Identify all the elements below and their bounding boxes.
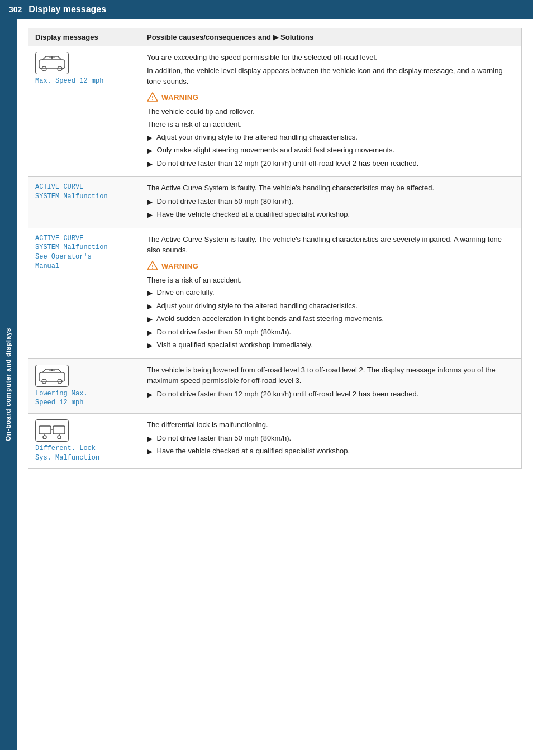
bullet-text: Do not drive faster than 12 mph (20 km/h… bbox=[155, 389, 418, 400]
bullet-text: Only make slight steering movements and … bbox=[155, 145, 394, 156]
svg-rect-9 bbox=[39, 372, 65, 381]
action-bullet-item: ▶ Do not drive faster than 50 mph (80km/… bbox=[147, 433, 515, 444]
display-msg-icon bbox=[35, 419, 69, 442]
bullet-arrow-icon: ▶ bbox=[147, 288, 153, 299]
bullet-text: Do not drive faster than 12 mph (20 km/h… bbox=[155, 158, 418, 169]
bullet-arrow-icon: ▶ bbox=[147, 340, 153, 351]
svg-rect-0 bbox=[39, 60, 65, 69]
main-table: Display messages Possible causes/consequ… bbox=[28, 28, 522, 469]
solutions-cell: The vehicle is being lowered from off-ro… bbox=[140, 358, 522, 414]
bullet-item: The vehicle could tip and rollover. bbox=[147, 106, 515, 117]
table-row: Lowering Max. Speed 12 mphThe vehicle is… bbox=[28, 358, 522, 414]
page-title: Display messages bbox=[28, 4, 106, 15]
action-bullet-item: ▶ Avoid sudden acceleration in tight ben… bbox=[147, 313, 515, 325]
action-bullet-item: ▶ Drive on carefully. bbox=[147, 287, 515, 299]
action-bullet-item: ▶ Do not drive faster than 50 mph (80km/… bbox=[147, 327, 515, 338]
bullet-text: There is a risk of an accident. bbox=[147, 275, 242, 286]
bullet-arrow-icon: ▶ bbox=[147, 209, 153, 221]
display-msg-text: ACTIVE CURVE SYSTEM Malfunction bbox=[35, 183, 133, 202]
intro-text: You are exceeding the speed permissible … bbox=[147, 52, 515, 63]
bullet-text: Adjust your driving style to the altered… bbox=[155, 132, 358, 143]
solutions-cell: You are exceeding the speed permissible … bbox=[140, 46, 522, 177]
warning-block: WARNING bbox=[147, 260, 515, 272]
bullet-arrow-icon: ▶ bbox=[147, 389, 153, 400]
intro-text-2: In addition, the vehicle level display a… bbox=[147, 65, 515, 87]
warning-label: WARNING bbox=[161, 262, 198, 270]
display-message-cell: ACTIVE CURVE SYSTEM Malfunction See Oper… bbox=[28, 228, 140, 358]
display-message-cell: Lowering Max. Speed 12 mph bbox=[28, 358, 140, 414]
intro-text: The Active Curve System is faulty. The v… bbox=[147, 234, 515, 256]
bullet-arrow-icon: ▶ bbox=[147, 132, 153, 143]
bullet-text: Have the vehicle checked at a qualified … bbox=[155, 209, 350, 220]
action-bullet-item: ▶ Adjust your driving style to the alter… bbox=[147, 132, 515, 143]
svg-point-6 bbox=[152, 99, 153, 100]
bullet-arrow-icon: ▶ bbox=[147, 301, 153, 312]
bullet-item: There is a risk of an accident. bbox=[147, 274, 515, 286]
svg-rect-14 bbox=[39, 426, 51, 434]
display-msg-text: Lowering Max. Speed 12 mph bbox=[35, 389, 133, 408]
solutions-cell: The Active Curve System is faulty. The v… bbox=[140, 228, 522, 358]
col-header-solutions: Possible causes/consequences and ▶ Solut… bbox=[140, 28, 522, 46]
display-message-cell: Different. Lock Sys. Malfunction bbox=[28, 414, 140, 469]
warning-label: WARNING bbox=[161, 93, 198, 102]
bullet-arrow-icon: ▶ bbox=[147, 446, 153, 457]
action-bullet-item: ▶ Only make slight steering movements an… bbox=[147, 145, 515, 156]
table-row: ACTIVE CURVE SYSTEM Malfunction See Oper… bbox=[28, 228, 522, 358]
bullet-arrow-icon: ▶ bbox=[147, 314, 153, 325]
bullet-text: Adjust your driving style to the altered… bbox=[155, 300, 358, 312]
display-msg-icon bbox=[35, 52, 69, 74]
display-msg-text: ACTIVE CURVE SYSTEM Malfunction See Oper… bbox=[35, 234, 133, 271]
table-row: Different. Lock Sys. MalfunctionThe diff… bbox=[28, 414, 522, 469]
bullet-text: Do not drive faster than 50 mph (80km/h)… bbox=[155, 433, 291, 444]
bullet-text: Avoid sudden acceleration in tight bends… bbox=[155, 313, 384, 324]
bullet-text: The vehicle could tip and rollover. bbox=[147, 106, 255, 117]
table-row: Max. Speed 12 mphYou are exceeding the s… bbox=[28, 46, 522, 177]
display-message-cell: Max. Speed 12 mph bbox=[28, 46, 140, 177]
bullet-arrow-icon: ▶ bbox=[147, 145, 153, 156]
warning-block: WARNING bbox=[147, 92, 515, 103]
svg-rect-15 bbox=[53, 426, 65, 434]
bullet-arrow-icon: ▶ bbox=[147, 327, 153, 338]
svg-point-8 bbox=[152, 267, 153, 269]
action-bullet-item: ▶ Do not drive faster than 12 mph (20 km… bbox=[147, 158, 515, 170]
action-bullet-item: ▶ Have the vehicle checked at a qualifie… bbox=[147, 209, 515, 221]
action-bullet-item: ▶ Do not drive faster than 50 mph (80 km… bbox=[147, 196, 515, 208]
sidebar: On-board computer and displays bbox=[0, 19, 17, 750]
intro-text: The vehicle is being lowered from off-ro… bbox=[147, 365, 515, 386]
col-header-display: Display messages bbox=[28, 28, 140, 46]
display-message-cell: ACTIVE CURVE SYSTEM Malfunction bbox=[28, 177, 140, 228]
display-msg-icon bbox=[35, 365, 69, 387]
intro-text: The Active Curve System is faulty. The v… bbox=[147, 183, 515, 194]
page-header: 302 Display messages bbox=[0, 0, 533, 19]
display-msg-text: Max. Speed 12 mph bbox=[35, 76, 133, 86]
table-row: ACTIVE CURVE SYSTEM MalfunctionThe Activ… bbox=[28, 177, 522, 228]
main-content: Display messages Possible causes/consequ… bbox=[17, 19, 533, 750]
solutions-cell: The Active Curve System is faulty. The v… bbox=[140, 177, 522, 228]
bullet-item: There is a risk of an accident. bbox=[147, 118, 515, 130]
action-bullet-item: ▶ Visit a qualified specialist workshop … bbox=[147, 339, 515, 351]
bullet-arrow-icon: ▶ bbox=[147, 433, 153, 444]
bullet-text: Do not drive faster than 50 mph (80 km/h… bbox=[155, 196, 293, 207]
bullet-text: There is a risk of an accident. bbox=[147, 119, 242, 130]
warning-triangle-icon bbox=[147, 92, 158, 103]
display-msg-text: Different. Lock Sys. Malfunction bbox=[35, 444, 133, 463]
action-bullet-item: ▶ Have the vehicle checked at a qualifie… bbox=[147, 446, 515, 457]
bullet-arrow-icon: ▶ bbox=[147, 159, 153, 170]
bullet-arrow-icon: ▶ bbox=[147, 197, 153, 208]
bullet-text: Have the vehicle checked at a qualified … bbox=[155, 446, 350, 457]
sidebar-label: On-board computer and displays bbox=[4, 328, 12, 441]
solutions-cell: The differential lock is malfunctioning.… bbox=[140, 414, 522, 469]
svg-point-17 bbox=[43, 436, 46, 439]
svg-point-18 bbox=[58, 436, 61, 439]
bullet-text: Drive on carefully. bbox=[155, 287, 215, 298]
bullet-text: Do not drive faster than 50 mph (80km/h)… bbox=[155, 327, 291, 338]
bullet-text: Visit a qualified specialist workshop im… bbox=[155, 339, 313, 351]
page-number: 302 bbox=[9, 5, 22, 14]
action-bullet-item: ▶ Do not drive faster than 12 mph (20 km… bbox=[147, 389, 515, 400]
warning-triangle-icon bbox=[147, 260, 158, 272]
intro-text: The differential lock is malfunctioning. bbox=[147, 419, 515, 430]
action-bullet-item: ▶ Adjust your driving style to the alter… bbox=[147, 300, 515, 312]
